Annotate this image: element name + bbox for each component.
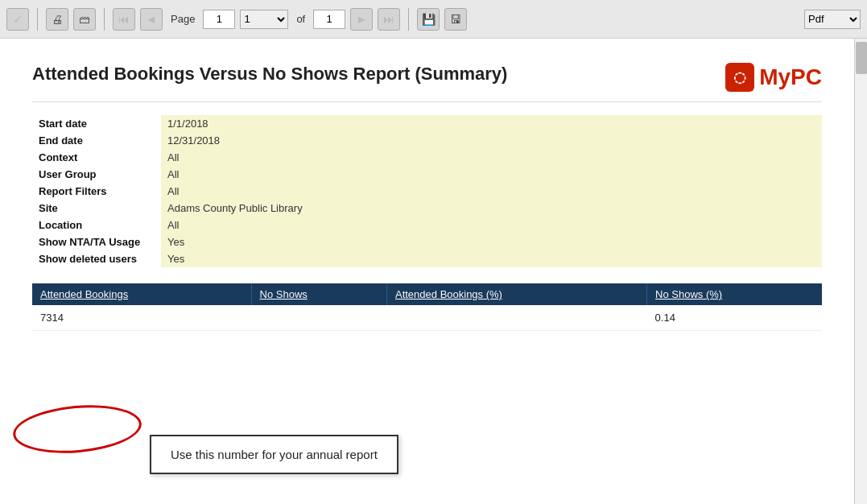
- toolbar: ✓ 🖨 🗃 ⏮ ◄ Page 1 of ► ⏭ 💾 🖫 Pdf Excel Wo…: [0, 0, 867, 39]
- prev-page-button[interactable]: ◄: [140, 8, 163, 31]
- param-label: Show deleted users: [32, 250, 161, 267]
- logo-area: ◌ MyPC: [725, 63, 822, 92]
- total-pages-input: [313, 10, 345, 29]
- header-divider: [32, 101, 822, 102]
- data-table: Attended BookingsNo ShowsAttended Bookin…: [32, 283, 822, 331]
- param-value: 12/31/2018: [161, 132, 822, 149]
- param-row: SiteAdams County Public Library: [32, 200, 822, 217]
- logo-text: MyPC: [759, 64, 822, 90]
- param-row: Report FiltersAll: [32, 183, 822, 200]
- table-header[interactable]: No Shows: [251, 283, 386, 305]
- param-value: All: [161, 149, 822, 166]
- export-button[interactable]: 💾: [417, 8, 440, 31]
- param-value: All: [161, 217, 822, 233]
- params-table: Start date1/1/2018End date12/31/2018Cont…: [32, 115, 822, 267]
- logo-icon: ◌: [725, 63, 754, 92]
- last-page-button[interactable]: ⏭: [378, 8, 400, 31]
- separator-2: [104, 8, 105, 31]
- page-dropdown[interactable]: 1: [240, 10, 288, 29]
- param-value: All: [161, 183, 822, 200]
- separator-3: [408, 8, 409, 31]
- param-row: Start date1/1/2018: [32, 115, 822, 132]
- table-cell: 0.14: [647, 305, 822, 331]
- param-label: Report Filters: [32, 183, 161, 200]
- annotation-box: Use this number for your annual report: [150, 435, 398, 474]
- param-row: ContextAll: [32, 149, 822, 166]
- scrollbar[interactable]: [854, 39, 867, 504]
- param-label: Location: [32, 217, 161, 233]
- param-row: End date12/31/2018: [32, 132, 822, 149]
- table-header[interactable]: No Shows (%): [647, 283, 822, 305]
- table-header[interactable]: Attended Bookings (%): [386, 283, 646, 305]
- table-row: 73140.14: [32, 305, 822, 331]
- param-value: Adams County Public Library: [161, 200, 822, 217]
- print-button[interactable]: 🖨: [46, 8, 68, 31]
- param-row: Show NTA/TA UsageYes: [32, 233, 822, 250]
- table-header[interactable]: Attended Bookings: [32, 283, 251, 305]
- red-circle-annotation: [11, 400, 143, 458]
- param-label: Context: [32, 149, 161, 166]
- page-input[interactable]: [203, 10, 235, 29]
- btn-unknown1[interactable]: ✓: [6, 8, 29, 31]
- report-title: Attended Bookings Versus No Shows Report…: [32, 63, 507, 86]
- param-label: User Group: [32, 166, 161, 183]
- param-label: Start date: [32, 115, 161, 132]
- next-page-button[interactable]: ►: [350, 8, 373, 31]
- param-label: Site: [32, 200, 161, 217]
- table-cell: [386, 305, 646, 331]
- param-label: Show NTA/TA Usage: [32, 233, 161, 250]
- param-label: End date: [32, 132, 161, 149]
- param-row: User GroupAll: [32, 166, 822, 183]
- param-value: All: [161, 166, 822, 183]
- save-button[interactable]: 🗃: [73, 8, 96, 31]
- of-label: of: [296, 13, 305, 25]
- content-area: Attended Bookings Versus No Shows Report…: [0, 39, 867, 504]
- param-value: Yes: [161, 233, 822, 250]
- table-cell: 7314: [32, 305, 251, 331]
- param-value: 1/1/2018: [161, 115, 822, 132]
- format-select[interactable]: Pdf Excel Word: [804, 10, 861, 29]
- scroll-thumb[interactable]: [856, 42, 867, 74]
- page-label: Page: [171, 13, 195, 25]
- param-row: Show deleted usersYes: [32, 250, 822, 267]
- param-row: LocationAll: [32, 217, 822, 233]
- table-cell: [251, 305, 386, 331]
- report-container: Attended Bookings Versus No Shows Report…: [0, 39, 854, 504]
- report-header: Attended Bookings Versus No Shows Report…: [32, 63, 822, 92]
- annotation-text: Use this number for your annual report: [171, 448, 378, 461]
- first-page-button[interactable]: ⏮: [113, 8, 135, 31]
- floppy-button[interactable]: 🖫: [444, 8, 467, 31]
- separator-1: [37, 8, 38, 31]
- param-value: Yes: [161, 250, 822, 267]
